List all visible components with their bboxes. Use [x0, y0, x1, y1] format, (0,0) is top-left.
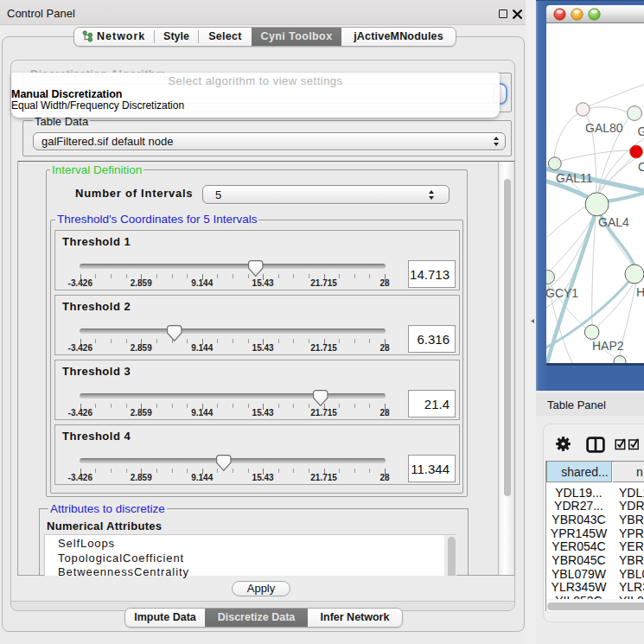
svg-text:GCY1: GCY1 [546, 286, 578, 300]
svg-text:GA: GA [638, 124, 644, 138]
svg-text:GAL11: GAL11 [556, 171, 593, 185]
svg-text:H: H [636, 285, 644, 299]
svg-text:GAL80: GAL80 [585, 121, 623, 135]
svg-text:GAL4: GAL4 [598, 215, 629, 229]
svg-text:HAP2: HAP2 [592, 339, 624, 353]
svg-text:C: C [638, 160, 644, 174]
